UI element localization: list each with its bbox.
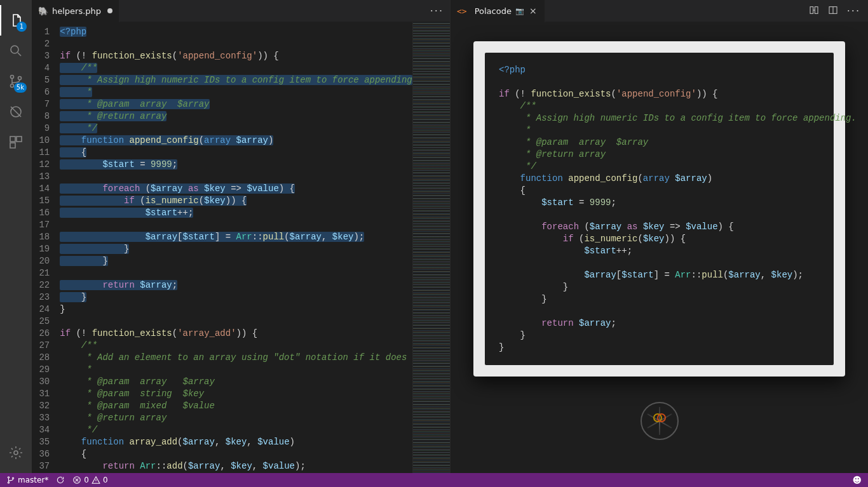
polacode-icon: <> [457, 6, 467, 16]
dirty-indicator-icon [107, 8, 112, 13]
polacode-card: <?php if (! function_exists('append_conf… [473, 41, 845, 377]
editor-tabbar: 🐘 helpers.php ··· [32, 0, 450, 22]
polacode-tabbar: <> Polacode 📷 × ··· [451, 0, 868, 22]
split-diff-icon[interactable] [809, 5, 819, 15]
branch-label: master* [18, 476, 48, 484]
status-branch[interactable]: master* [6, 476, 48, 484]
explorer-badge: 1 [17, 22, 27, 32]
warning-count: 0 [103, 476, 108, 484]
svg-rect-10 [815, 6, 818, 13]
sync-icon [56, 476, 65, 484]
status-sync[interactable] [56, 476, 65, 484]
split-editor-icon[interactable] [828, 5, 838, 15]
editor-group-left: 🐘 helpers.php ··· 1234567891011121314151… [32, 0, 450, 473]
svg-rect-7 [10, 143, 15, 148]
svg-point-3 [18, 77, 22, 80]
scm-badge: 5k [14, 83, 27, 93]
branch-icon [6, 476, 15, 484]
editor-more-actions[interactable]: ··· [430, 5, 450, 17]
svg-point-12 [8, 477, 9, 478]
status-bar: master* 0 0 ☻ [0, 473, 868, 487]
line-gutter: 1234567891011121314151617181920212223242… [32, 22, 60, 473]
camera-icon: 📷 [515, 7, 524, 15]
php-icon: 🐘 [38, 6, 48, 16]
svg-point-1 [11, 76, 14, 79]
svg-rect-5 [10, 137, 15, 142]
extensions-icon [8, 135, 24, 150]
status-problems[interactable]: 0 0 [72, 476, 107, 484]
activity-bar: 1 5k [0, 0, 32, 473]
tab-label: Polacode [475, 6, 512, 16]
shutter-button[interactable] [641, 402, 679, 440]
close-icon[interactable]: × [528, 6, 538, 16]
bug-icon [8, 104, 24, 119]
svg-point-8 [14, 451, 18, 455]
svg-point-2 [11, 84, 14, 88]
code-content[interactable]: <?php if (! function_exists('append_conf… [60, 22, 412, 473]
tab-helpers-php[interactable]: 🐘 helpers.php [32, 0, 119, 22]
code-editor[interactable]: 1234567891011121314151617181920212223242… [32, 22, 450, 473]
svg-point-14 [12, 477, 13, 479]
gear-icon [8, 445, 24, 460]
svg-rect-6 [17, 137, 22, 142]
polacode-more[interactable]: ··· [847, 5, 860, 17]
activity-extensions[interactable] [0, 127, 32, 157]
tab-polacode[interactable]: <> Polacode 📷 × [451, 0, 545, 22]
activity-settings[interactable] [0, 437, 32, 468]
warning-icon [92, 476, 100, 484]
smile-icon: ☻ [852, 475, 862, 485]
editor-group-right: <> Polacode 📷 × ··· <?php if (! function… [450, 0, 868, 473]
error-count: 0 [84, 476, 89, 484]
polacode-stage: <?php if (! function_exists('append_conf… [451, 22, 868, 473]
search-icon [8, 43, 24, 58]
tab-label: helpers.php [52, 6, 101, 16]
polacode-code: <?php if (! function_exists('append_conf… [485, 53, 834, 365]
polacode-actions: ··· [809, 5, 868, 17]
activity-scm[interactable]: 5k [0, 66, 32, 97]
error-icon [72, 476, 81, 484]
svg-rect-9 [810, 6, 813, 13]
activity-search[interactable] [0, 36, 32, 66]
activity-debug[interactable] [0, 97, 32, 127]
shutter-icon [646, 407, 674, 435]
minimap[interactable] [412, 22, 450, 473]
svg-point-0 [11, 46, 18, 53]
status-feedback[interactable]: ☻ [852, 475, 862, 485]
svg-point-13 [8, 482, 9, 483]
activity-explorer[interactable]: 1 [0, 5, 32, 36]
